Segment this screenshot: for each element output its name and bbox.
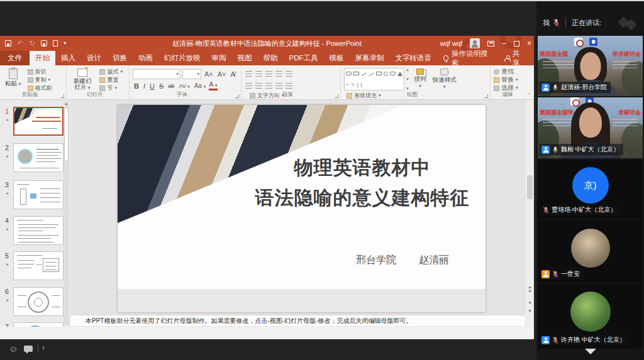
brace-left-icon[interactable]: {	[357, 82, 358, 87]
share-button[interactable]: 共享	[496, 51, 534, 65]
tab-transitions[interactable]: 切换	[107, 51, 133, 65]
restore-button[interactable]	[514, 41, 519, 46]
change-case-button[interactable]: Aa ▾	[193, 82, 208, 89]
my-mic-muted-icon[interactable]	[553, 18, 560, 27]
scroll-split-icon[interactable]: ▲▼	[527, 285, 533, 293]
tab-text-to-speech[interactable]: 文字转语音	[390, 51, 438, 65]
ribbon-display-options-icon[interactable]	[487, 41, 494, 46]
increase-indent-icon[interactable]	[275, 71, 282, 77]
title-shape-icon[interactable]	[353, 72, 359, 75]
decrease-indent-icon[interactable]	[265, 71, 272, 77]
video-tile-zhaoqingli[interactable]: 第四届全国 学术研讨会 赵清丽-邢台学院	[538, 36, 643, 96]
slide-thumbnail-2[interactable]	[13, 143, 64, 172]
font-name-select[interactable]: ▾	[133, 69, 180, 79]
quick-styles-button[interactable]: 快速样式▾	[431, 68, 458, 92]
numbering-icon[interactable]	[255, 71, 262, 77]
slide-thumbnail-5[interactable]	[13, 251, 64, 280]
copy-button[interactable]: 复制 ▾	[28, 76, 52, 84]
next-slide-button[interactable]: ▼	[527, 308, 533, 313]
tab-slideshow[interactable]: 幻灯片放映	[158, 51, 206, 65]
underline-button[interactable]: U	[148, 82, 156, 90]
line-spacing-icon[interactable]	[286, 71, 292, 77]
collapse-ribbon-icon[interactable]: ⌃	[527, 92, 531, 98]
tab-insert[interactable]: 插入	[55, 51, 81, 65]
bold-button[interactable]: B	[133, 82, 140, 90]
account-name[interactable]: wqf wqf	[440, 40, 463, 47]
font-color-button[interactable]: A ▾	[209, 81, 217, 90]
line-shape-icon[interactable]	[362, 72, 367, 76]
tab-view[interactable]: 视图	[232, 51, 258, 65]
decrease-font-icon[interactable]: A˅	[216, 70, 228, 78]
brace-right-icon[interactable]: }	[360, 82, 362, 87]
chat-icon[interactable]	[24, 346, 33, 352]
replace-button[interactable]: 替换 ▾	[494, 76, 518, 84]
font-size-select[interactable]: ▾	[182, 69, 201, 79]
align-left-icon[interactable]	[245, 83, 252, 89]
minimize-button[interactable]: –	[502, 40, 506, 47]
curve-shape-icon[interactable]: ∿	[351, 82, 355, 87]
shapes-gallery-scroll[interactable]: ▲▼▼	[406, 68, 409, 90]
tab-help[interactable]: 帮助	[258, 51, 284, 65]
slide-thumbnail-3[interactable]	[13, 180, 64, 209]
clear-formatting-icon[interactable]: A̸	[230, 70, 236, 78]
video-tile-weirong[interactable]: 第四届全国学 术研讨会 魏榕 中矿大（北京）	[538, 97, 643, 158]
tab-file[interactable]: 文件	[0, 51, 30, 65]
reactions-icon[interactable]: ☺	[9, 344, 18, 354]
columns-icon[interactable]	[286, 83, 292, 89]
tab-home[interactable]: 开始	[30, 51, 55, 65]
bullets-icon[interactable]	[245, 71, 252, 77]
video-tile-jiapeipei[interactable]: 京) 贾培培-中矿大（北京）	[538, 160, 643, 219]
tell-me-search[interactable]: 操作说明搜索	[437, 51, 496, 65]
shadow-button[interactable]: ab	[167, 83, 175, 89]
strikethrough-button[interactable]: S	[158, 82, 165, 90]
textbox-shape-icon[interactable]	[346, 72, 352, 75]
slide-thumbnail-6[interactable]	[13, 287, 64, 316]
thumbnail-scrollbar[interactable]: ▲	[64, 101, 69, 325]
collapse-toolbar-icon[interactable]: ‹	[42, 342, 45, 352]
arrange-button[interactable]: 排列▾	[412, 68, 428, 92]
find-button[interactable]: 查找	[494, 68, 518, 75]
char-spacing-button[interactable]: AV ▾	[177, 83, 191, 89]
drawing-dialog-launcher[interactable]	[484, 94, 488, 98]
clipboard-dialog-launcher[interactable]	[60, 94, 64, 98]
reset-button[interactable]: 重置	[99, 76, 123, 84]
oval-shape-icon[interactable]	[384, 72, 388, 76]
tab-design[interactable]: 设计	[81, 51, 107, 65]
rectangle-shape-icon[interactable]	[376, 72, 382, 75]
slide-title[interactable]: 物理英语教材中 语法隐喻的意义建构特征	[247, 153, 478, 213]
rounded-rect-shape-icon[interactable]	[390, 72, 396, 75]
paragraph-dialog-launcher[interactable]	[335, 94, 338, 98]
elbow-connector-icon[interactable]: ⌐	[346, 82, 349, 87]
slide-thumbnail-7[interactable]	[13, 322, 64, 327]
align-center-icon[interactable]	[255, 83, 262, 89]
new-slide-button[interactable]: 新建幻灯片 ▾	[70, 68, 95, 92]
tab-templates[interactable]: 模板	[324, 51, 350, 65]
cut-button[interactable]: 剪切	[28, 68, 52, 75]
paste-button[interactable]: 粘贴 ▾	[3, 68, 23, 92]
font-dialog-launcher[interactable]	[235, 94, 239, 98]
tab-review[interactable]: 审阅	[206, 51, 232, 65]
slide-subtitle[interactable]: 邢台学院赵清丽	[356, 254, 449, 267]
close-button[interactable]: ×	[527, 40, 531, 47]
arrow-shape-icon[interactable]	[369, 72, 374, 76]
scroll-more-participants-icon[interactable]	[585, 349, 596, 354]
tab-screen-record[interactable]: 屏幕录制	[350, 51, 390, 65]
tab-pdf-tools[interactable]: PDF工具	[284, 51, 324, 65]
account-avatar[interactable]	[470, 38, 480, 48]
video-tile-xuhuiyan[interactable]: 许卉艳 中矿大（北京）	[538, 284, 643, 349]
slide-thumbnail-1[interactable]	[13, 107, 64, 136]
editor-scrollbar[interactable]: ▲▼ ▲ ▼	[526, 100, 534, 327]
editor-scroll-thumb[interactable]	[527, 175, 533, 199]
slide-canvas[interactable]: 物理英语教材中 语法隐喻的意义建构特征 邢台学院赵清丽	[118, 105, 486, 312]
justify-icon[interactable]	[275, 83, 282, 89]
shapes-gallery[interactable]: ⌐ ∿ { }	[344, 68, 404, 90]
align-right-icon[interactable]	[265, 83, 272, 89]
triangle-shape-icon[interactable]	[397, 72, 402, 76]
tab-animations[interactable]: 动画	[133, 51, 158, 65]
thumbnail-scroll-thumb[interactable]	[64, 107, 69, 161]
layout-button[interactable]: 版式 ▾	[99, 68, 123, 75]
previous-slide-button[interactable]: ▲	[527, 300, 533, 304]
video-tile-yishian[interactable]: 一世安	[538, 220, 643, 283]
italic-button[interactable]: I	[142, 82, 147, 90]
increase-font-icon[interactable]: A˄	[203, 70, 214, 78]
